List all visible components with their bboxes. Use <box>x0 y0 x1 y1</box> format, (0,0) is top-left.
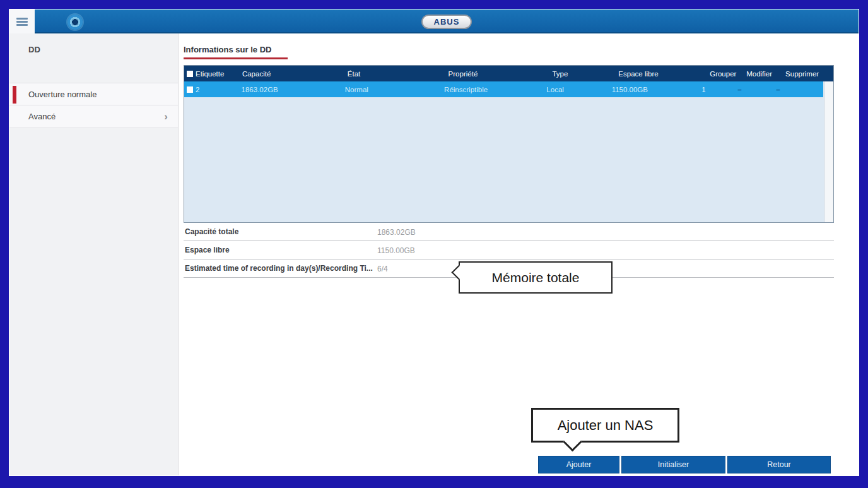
column-header-modifier: Modifier <box>744 66 783 81</box>
sidebar-item-ouverture-normale[interactable]: Ouverture normale <box>9 83 178 105</box>
summary-row-espace-libre: Espace libre 1150.00GB <box>184 241 834 259</box>
callout-ajouter-un-nas: Ajouter un NAS <box>531 408 679 443</box>
retour-button[interactable]: Retour <box>727 456 831 473</box>
eye-icon[interactable] <box>67 15 83 30</box>
column-header-propriete: Propriété <box>446 66 550 81</box>
summary-value: 1150.00GB <box>377 246 415 255</box>
page-title: Informations sur le DD <box>184 45 271 54</box>
cell-etiquette: 2 <box>196 86 199 93</box>
summary-label: Espace libre <box>185 246 230 254</box>
cell-propriete: Réinscriptible <box>442 81 544 97</box>
cell-type: Local <box>544 81 609 97</box>
callout-down-arrow <box>563 433 582 452</box>
table-row[interactable]: 2 1863.02GB Normal Réinscriptible Local … <box>184 81 823 97</box>
screen-frame: ABUS DD Ouverture normale Avancé › Infor… <box>0 0 868 488</box>
summary-value: 1863.02GB <box>377 228 416 237</box>
abus-logo: ABUS <box>421 15 472 29</box>
sidebar: DD Ouverture normale Avancé › <box>9 33 179 475</box>
callout-memoire-totale: Mémoire totale <box>459 261 613 294</box>
cell-etat: Normal <box>343 81 442 97</box>
initialiser-button[interactable]: Initialiser <box>621 456 725 473</box>
sidebar-title: DD <box>28 45 40 54</box>
summary-label: Estimated time of recording in day(s)/Re… <box>185 264 373 273</box>
selected-indicator <box>13 86 16 104</box>
hdd-table: Etiquette Capacité État Propriété Type E… <box>184 65 834 223</box>
hamburger-icon <box>16 16 28 27</box>
summary-row-capacite-totale: Capacité totale 1863.02GB <box>184 223 834 241</box>
modifier-action: – <box>735 81 773 97</box>
hamburger-menu-button[interactable] <box>9 9 35 33</box>
column-header-capacite: Capacité <box>240 66 345 81</box>
summary-value: 6/4 <box>377 265 388 273</box>
table-header-row: Etiquette Capacité État Propriété Type E… <box>184 66 833 81</box>
column-header-etiquette: Etiquette <box>184 66 240 81</box>
column-header-supprimer: Supprimer <box>783 66 833 81</box>
title-red-underline <box>184 57 288 59</box>
cell-espace-libre: 1150.00GB <box>609 81 700 97</box>
sidebar-item-label: Ouverture normale <box>28 90 97 99</box>
column-header-grouper: Grouper <box>707 66 744 81</box>
cell-grouper: 1 <box>699 81 735 97</box>
column-header-espace-libre: Espace libre <box>616 66 707 81</box>
sidebar-item-avance[interactable]: Avancé › <box>9 105 178 128</box>
app-window: ABUS DD Ouverture normale Avancé › Infor… <box>9 9 859 476</box>
column-header-type: Type <box>549 66 616 81</box>
supprimer-action: – <box>773 81 823 97</box>
ajouter-button[interactable]: Ajouter <box>538 456 619 473</box>
table-scrollbar[interactable] <box>824 81 833 222</box>
sidebar-item-label: Avancé <box>28 112 56 121</box>
summary-label: Capacité totale <box>185 227 238 236</box>
select-all-checkbox[interactable] <box>187 71 193 77</box>
column-header-etat: État <box>345 66 446 81</box>
row-checkbox[interactable] <box>187 86 193 93</box>
chevron-right-icon: › <box>164 110 168 123</box>
top-bar: ABUS <box>35 9 859 33</box>
cell-capacite: 1863.02GB <box>239 81 343 97</box>
